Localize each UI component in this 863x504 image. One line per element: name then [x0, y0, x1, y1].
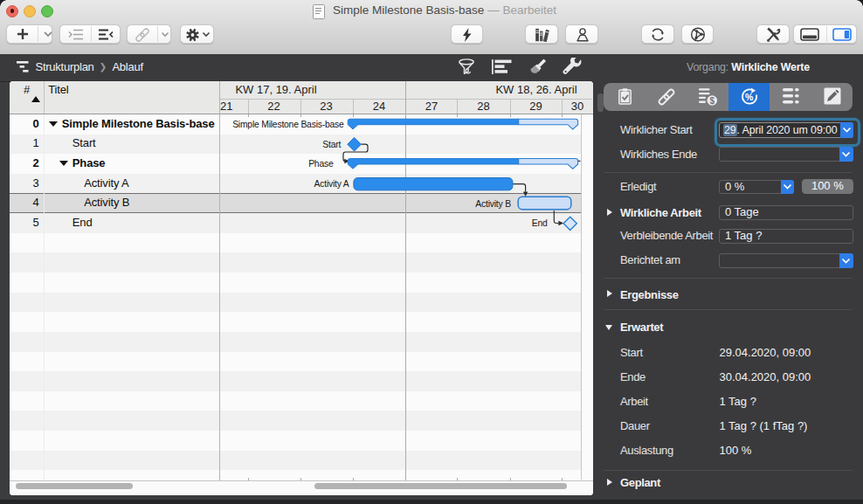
- svg-text:%: %: [744, 92, 753, 102]
- svg-text:Start: Start: [322, 140, 341, 149]
- svg-text:Activity B: Activity B: [475, 199, 511, 209]
- svg-text:Simple Milestone Basis-base: Simple Milestone Basis-base: [232, 120, 344, 129]
- svg-text:$: $: [709, 95, 715, 105]
- svg-text:Activity A: Activity A: [314, 179, 349, 189]
- svg-text:Phase: Phase: [308, 159, 334, 169]
- svg-text:End: End: [532, 218, 548, 228]
